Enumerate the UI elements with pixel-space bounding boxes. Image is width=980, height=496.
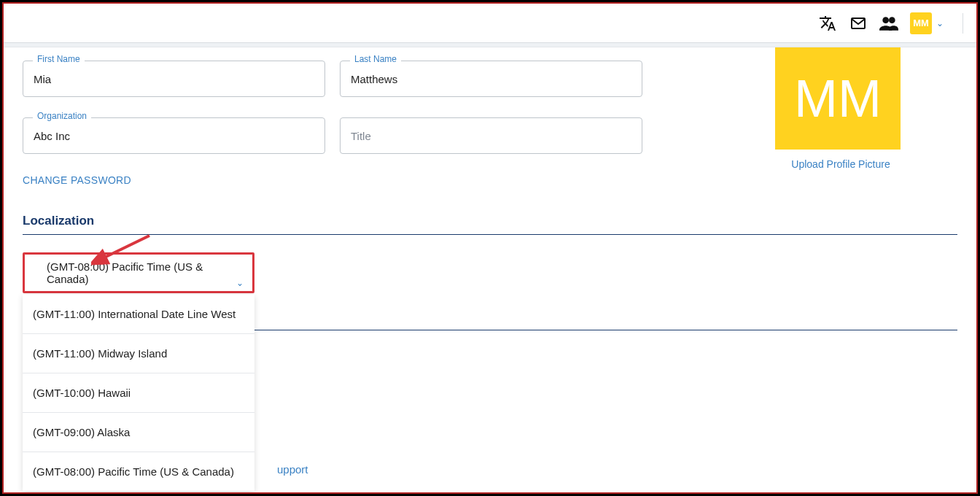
topbar-header: MM ⌄ (4, 4, 976, 43)
timezone-select-wrap: (GMT-08:00) Pacific Time (US & Canada) ⌄… (23, 252, 254, 293)
first-name-field-wrap: First Name (23, 61, 325, 97)
vertical-divider (962, 13, 963, 34)
chevron-down-icon: ⌄ (936, 18, 944, 28)
translate-icon[interactable] (818, 14, 837, 33)
profile-picture-placeholder: MM (775, 47, 901, 150)
timezone-dropdown: (GMT-11:00) International Date Line West… (23, 295, 254, 491)
localization-section-title: Localization (23, 214, 957, 234)
timezone-option[interactable]: (GMT-08:00) Pacific Time (US & Canada) (23, 452, 254, 491)
organization-label: Organization (33, 111, 91, 121)
upload-profile-picture-link[interactable]: Upload Profile Picture (775, 158, 906, 170)
change-password-link[interactable]: Change Password (23, 174, 957, 186)
mail-icon[interactable] (849, 14, 868, 33)
timezone-option[interactable]: (GMT-10:00) Hawaii (23, 373, 254, 413)
first-name-label: First Name (33, 54, 85, 64)
svg-point-1 (882, 17, 889, 23)
timezone-selected-value: (GMT-08:00) Pacific Time (US & Canada) (47, 260, 238, 285)
section-divider (23, 234, 957, 235)
support-link[interactable]: upport (277, 463, 308, 476)
last-name-input[interactable] (340, 61, 642, 97)
last-name-field-wrap: Last Name (340, 61, 642, 97)
title-input[interactable] (340, 117, 642, 154)
organization-field-wrap: Organization (23, 117, 325, 154)
avatar-badge: MM (910, 12, 932, 34)
title-field-wrap (340, 117, 642, 154)
timezone-select[interactable]: (GMT-08:00) Pacific Time (US & Canada) ⌄ (23, 252, 254, 293)
people-icon[interactable] (879, 14, 898, 33)
svg-point-2 (889, 17, 895, 23)
organization-input[interactable] (23, 117, 325, 154)
timezone-option[interactable]: (GMT-09:00) Alaska (23, 413, 254, 452)
timezone-option[interactable]: (GMT-11:00) Midway Island (23, 334, 254, 373)
avatar-menu-button[interactable]: MM ⌄ (910, 12, 944, 34)
topbar-actions: MM ⌄ (818, 12, 963, 34)
chevron-down-icon: ⌄ (236, 278, 244, 288)
first-name-input[interactable] (23, 61, 325, 97)
last-name-label: Last Name (350, 54, 401, 64)
timezone-option[interactable]: (GMT-11:00) International Date Line West (23, 295, 254, 334)
profile-picture-panel: MM Upload Profile Picture (775, 47, 906, 170)
content-area: MM Upload Profile Picture First Name Las… (4, 47, 976, 330)
